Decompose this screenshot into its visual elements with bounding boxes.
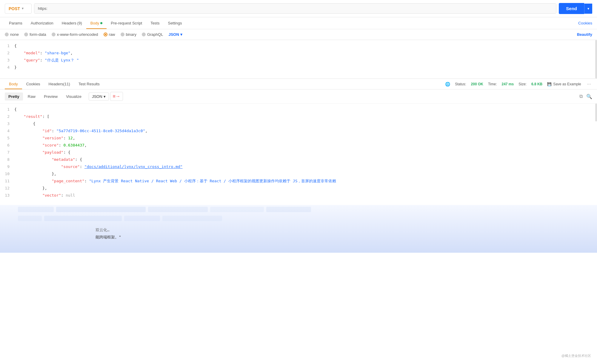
blur-overlay: 双云化… 能跨端框架。": [0, 205, 597, 253]
body-type-raw[interactable]: raw: [104, 32, 115, 37]
request-tab-nav: Params Authorization Headers(9) Body Pre…: [0, 17, 597, 29]
tab-tests[interactable]: Tests: [146, 17, 164, 29]
send-button[interactable]: Send: [559, 3, 584, 14]
response-format-bar: Pretty Raw Preview Visualize JSON ▾ ≡→ ⧉…: [0, 90, 597, 104]
time-value: 247 ms: [502, 82, 514, 86]
body-type-binary[interactable]: binary: [121, 32, 136, 37]
status-label: Status:: [455, 82, 466, 86]
body-type-urlencoded[interactable]: x-www-form-urlencoded: [52, 32, 98, 37]
send-dropdown-button[interactable]: ▾: [584, 4, 592, 14]
radio-none: [5, 33, 9, 36]
rtab-body[interactable]: Body: [5, 79, 22, 89]
blurred-text-1: 双云化…: [96, 226, 579, 234]
blurred-text-2: 能跨端框架。": [96, 234, 579, 241]
cookies-link[interactable]: Cookies: [578, 21, 592, 25]
rtab-cookies[interactable]: Cookies: [22, 79, 44, 89]
url-input[interactable]: [34, 4, 556, 13]
fmt-visualize[interactable]: Visualize: [62, 92, 85, 101]
response-format-chevron-icon: ▾: [104, 94, 106, 99]
method-label: POST: [9, 6, 20, 11]
request-scrollbar[interactable]: [595, 40, 597, 78]
fmt-pretty[interactable]: Pretty: [5, 92, 23, 101]
radio-graphql: [142, 33, 146, 36]
size-label: Size:: [518, 82, 527, 86]
body-type-none[interactable]: none: [5, 32, 19, 37]
radio-urlencoded: [52, 33, 56, 36]
body-type-options: none form-data x-www-form-urlencoded raw…: [0, 29, 597, 40]
radio-binary: [121, 33, 124, 36]
globe-icon: 🌐: [445, 82, 450, 87]
response-meta: 🌐 Status: 200 OK Time: 247 ms Size: 6.8 …: [445, 80, 592, 88]
method-chevron-icon: ▾: [22, 7, 24, 10]
copy-button[interactable]: ⧉: [579, 94, 583, 99]
tab-authorization[interactable]: Authorization: [27, 17, 58, 29]
time-label: Time:: [488, 82, 497, 86]
tab-settings[interactable]: Settings: [164, 17, 186, 29]
request-code-content: { "model": "share-bge", "query": "什么是 Ly…: [13, 42, 597, 71]
fmt-preview[interactable]: Preview: [40, 92, 61, 101]
response-tab-nav: Body Cookies Headers(11) Test Results 🌐 …: [0, 79, 597, 90]
search-button[interactable]: 🔍: [586, 94, 592, 99]
more-options-button[interactable]: ···: [586, 80, 592, 88]
body-type-graphql[interactable]: GraphQL: [142, 32, 163, 37]
status-value: 200 OK: [471, 82, 483, 86]
word-wrap-button[interactable]: ≡→: [110, 92, 123, 101]
beautify-button[interactable]: Beautify: [577, 32, 592, 37]
save-as-example-button[interactable]: 💾 Save as Example: [547, 82, 581, 86]
request-line-numbers: 1 2 3 4: [0, 42, 13, 71]
format-select[interactable]: JSON ▾: [168, 32, 182, 37]
fmt-bar-actions: ⧉ 🔍: [579, 94, 592, 99]
send-button-group: Send ▾: [559, 3, 592, 14]
response-format-select[interactable]: JSON ▾: [89, 92, 109, 101]
radio-raw: [104, 33, 107, 36]
url-input-wrapper: [34, 3, 556, 14]
url-bar: POST ▾ Send ▾: [0, 0, 597, 17]
rtab-headers[interactable]: Headers(11): [44, 79, 74, 89]
tab-headers[interactable]: Headers(9): [58, 17, 86, 29]
response-section: Body Cookies Headers(11) Test Results 🌐 …: [0, 79, 597, 253]
body-type-form-data[interactable]: form-data: [24, 32, 46, 37]
tab-body[interactable]: Body: [86, 17, 107, 29]
tab-params[interactable]: Params: [5, 17, 27, 29]
size-value: 6.8 KB: [531, 82, 542, 86]
body-active-dot: [100, 22, 102, 24]
request-body-editor[interactable]: 1 2 3 4 { "model": "share-bge", "query":…: [0, 40, 597, 79]
response-scrollbar[interactable]: [595, 104, 597, 121]
tab-pre-request-script[interactable]: Pre-request Script: [107, 17, 146, 29]
radio-form-data: [24, 33, 28, 36]
fmt-raw[interactable]: Raw: [24, 92, 39, 101]
save-icon: 💾: [547, 82, 552, 86]
method-select[interactable]: POST ▾: [5, 4, 32, 14]
rtab-test-results[interactable]: Test Results: [74, 79, 104, 89]
response-body: 1 2 3 4 5 6 7 8 9 10 11 12 13 { "result"…: [0, 104, 597, 253]
format-chevron-icon: ▾: [180, 32, 182, 37]
